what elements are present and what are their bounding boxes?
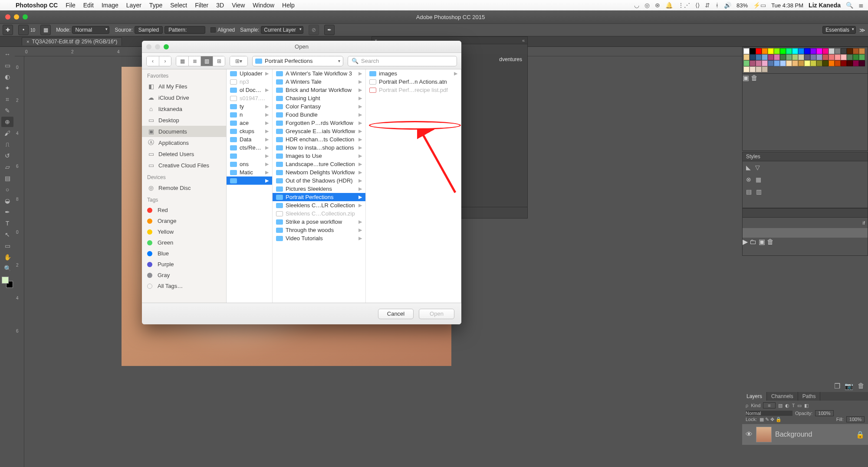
file-row[interactable]: Data▶ (227, 135, 272, 144)
blend-mode-dropdown[interactable]: Normal (746, 411, 792, 416)
dialog-close-button[interactable] (146, 44, 151, 49)
minimize-window-button[interactable] (14, 14, 19, 20)
style-icon[interactable]: ▦ (756, 176, 761, 183)
brush-panel-icon[interactable]: ▦ (40, 25, 51, 35)
lasso-tool[interactable]: ◐ (1, 72, 13, 82)
file-row[interactable]: ol Documents▶ (227, 86, 272, 94)
file-row[interactable]: Sleeklens C…Collection.zip (273, 209, 365, 218)
file-row[interactable]: Sleeklens C…LR Collection▶ (273, 201, 365, 209)
workspace-dropdown[interactable]: Essentials (822, 26, 856, 34)
swatch[interactable] (743, 66, 750, 72)
menu-image[interactable]: Image (102, 2, 118, 9)
swatch[interactable] (780, 48, 786, 54)
file-row[interactable]: Out of the Shadows (HDR)▶ (273, 176, 365, 185)
arrange-button[interactable]: ⊞▾ (230, 56, 247, 66)
back-button[interactable]: ‹ (147, 56, 159, 66)
swatch[interactable] (743, 54, 750, 60)
styles-panel-title[interactable]: Styles (743, 152, 868, 161)
file-row[interactable]: ace▶ (227, 119, 272, 127)
trash-icon[interactable]: 🗑 (858, 382, 865, 390)
swatch[interactable] (780, 60, 786, 66)
panel-collapse-icon[interactable]: « (522, 38, 525, 43)
file-row[interactable]: s01947.mp3 (227, 94, 272, 102)
visibility-icon[interactable]: 👁 (746, 431, 753, 438)
file-row[interactable]: Chasing Light▶ (273, 94, 365, 102)
dodge-tool[interactable]: ◒ (1, 196, 13, 206)
swatch[interactable] (786, 48, 792, 54)
swatch[interactable] (762, 48, 768, 54)
swatch[interactable] (859, 48, 865, 54)
mode-dropdown[interactable]: Normal (72, 26, 109, 34)
swatch[interactable] (743, 60, 750, 66)
swatch[interactable] (750, 54, 756, 60)
close-window-button[interactable] (5, 14, 10, 20)
nav-history[interactable]: ‹ › (146, 56, 171, 66)
swatch[interactable] (792, 48, 798, 54)
swatch[interactable] (786, 60, 792, 66)
swatch[interactable] (822, 48, 829, 54)
path-popup[interactable]: Portrait Perfections (252, 56, 343, 66)
swatch[interactable] (816, 48, 822, 54)
file-row[interactable]: images▶ (366, 69, 461, 78)
arrange-menu[interactable]: ⊞▾ (230, 56, 248, 66)
file-row[interactable]: Brick and Mortar Workflow▶ (273, 86, 365, 94)
play-icon[interactable]: ▶ (743, 238, 748, 245)
pen-tool[interactable]: ✒ (1, 207, 13, 217)
file-row[interactable]: Forgotten P…rds Workflow▶ (273, 119, 365, 127)
file-row[interactable]: Images to Use▶ (273, 152, 365, 160)
swatch[interactable] (829, 54, 835, 60)
eraser-tool[interactable]: ▱ (1, 162, 13, 172)
marquee-tool[interactable]: ▭ (1, 60, 13, 71)
brush-size-icon[interactable]: • (18, 25, 29, 35)
swatch[interactable] (750, 66, 756, 72)
swatch[interactable] (853, 48, 859, 54)
swatch[interactable] (804, 54, 810, 60)
sidebar-item[interactable]: ⒶApplications (142, 137, 226, 148)
sidebar-item[interactable]: ▭Creative Cloud Files (142, 160, 226, 171)
sidebar-item[interactable]: ⌂lizkaneda (142, 103, 226, 114)
layers-panel[interactable]: ❐ 📷 🗑 LayersChannelsPaths ρKind ≡ ▧◐T▭◧ … (742, 380, 868, 467)
swatch[interactable] (841, 60, 847, 66)
swatch[interactable] (822, 54, 829, 60)
menu-window[interactable]: Window (253, 2, 274, 9)
tab-layers[interactable]: Layers (742, 392, 767, 401)
forward-button[interactable]: › (159, 56, 171, 66)
swatch[interactable] (816, 60, 822, 66)
close-tab-icon[interactable]: × (26, 39, 29, 44)
style-icon[interactable]: ⊗ (746, 176, 751, 183)
swatch[interactable] (810, 48, 816, 54)
swatch[interactable] (756, 66, 762, 72)
list-view-button[interactable]: ≣ (188, 56, 201, 66)
fill-value[interactable]: 100% (846, 416, 865, 422)
swatch[interactable] (859, 54, 865, 60)
zoom-window-button[interactable] (23, 14, 28, 20)
file-row[interactable]: Pictures Sleeklens▶ (273, 185, 365, 193)
swatch[interactable] (774, 48, 780, 54)
file-row[interactable]: Newborn Delights Workflow▶ (273, 168, 365, 176)
swatch[interactable] (743, 48, 750, 54)
swatch[interactable] (822, 60, 829, 66)
browser-column-2[interactable]: A Winter's Tale Workflow 3▶A Winters Tal… (273, 69, 366, 303)
swatch-trash-icon[interactable]: 🗑 (751, 74, 758, 82)
sidebar-tag[interactable]: Red (142, 205, 226, 216)
sidebar-item[interactable]: ◧All My Files (142, 81, 226, 92)
hand-tool[interactable]: ✋ (1, 252, 13, 262)
file-row[interactable]: Color Fantasy▶ (273, 102, 365, 111)
stamp-tool[interactable]: ⎍ (1, 139, 13, 150)
file-row[interactable]: cts/Resume▶ (227, 144, 272, 152)
menu-help[interactable]: Help (282, 2, 295, 9)
file-row[interactable]: Matic▶ (227, 168, 272, 176)
swatch[interactable] (829, 48, 835, 54)
new-icon[interactable]: ▣ (759, 238, 765, 245)
swatch[interactable] (774, 54, 780, 60)
swatch[interactable] (841, 54, 847, 60)
ignore-adj-icon[interactable]: ⊘ (309, 25, 319, 35)
sidebar-tag[interactable]: Gray (142, 270, 226, 281)
swatch[interactable] (780, 54, 786, 60)
file-row[interactable]: A Winter's Tale Workflow 3▶ (273, 69, 365, 78)
swatch[interactable] (847, 48, 853, 54)
file-row[interactable]: A Winters Tale▶ (273, 78, 365, 86)
browser-column-3[interactable]: images▶Portrait Perf…n Actions.atnPortra… (366, 69, 461, 303)
file-row[interactable]: Through the woods▶ (273, 226, 365, 234)
aligned-checkbox[interactable] (210, 27, 216, 33)
